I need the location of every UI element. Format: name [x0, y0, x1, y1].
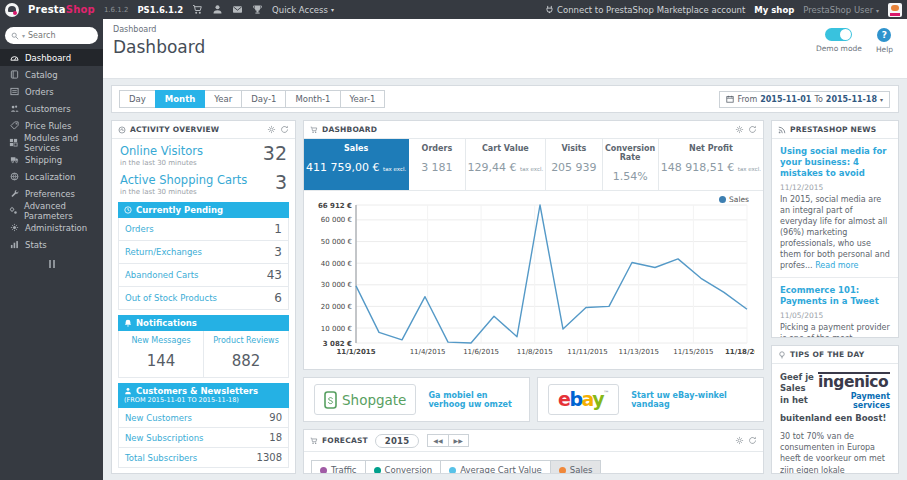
gear-icon[interactable]: [735, 125, 744, 134]
new-customers-link[interactable]: New Customers: [125, 413, 192, 423]
forecast-prev-button[interactable]: ◀◀: [427, 434, 448, 447]
sidebar-item-shipping[interactable]: Shipping: [0, 151, 103, 168]
new-subscriptions-link[interactable]: New Subscriptions: [125, 433, 203, 443]
kpi-tab-conversion-rate[interactable]: Conversion Rate 1.54%: [603, 139, 659, 190]
tag-icon: [9, 121, 19, 130]
trophy-icon[interactable]: [252, 4, 263, 15]
forecast-next-button[interactable]: ▶▶: [448, 434, 469, 447]
kpi-tab-net-profit[interactable]: Net Profit 148 918,51 € tax excl.: [659, 139, 763, 190]
date-range-picker[interactable]: From2015-11-01 To2015-11-18 ▾: [719, 91, 890, 108]
chevron-down-icon: ▾: [331, 6, 334, 13]
sidebar-nav: Dashboard Catalog Orders Customers Price…: [0, 49, 103, 253]
demo-mode-toggle[interactable]: [825, 28, 852, 41]
out-of-stock-link[interactable]: Out of Stock Products: [125, 293, 217, 303]
shopgate-icon: [324, 391, 337, 409]
sidebar-item-modules[interactable]: Modules and Services: [0, 134, 103, 151]
sidebar-item-dashboard[interactable]: Dashboard: [0, 49, 103, 66]
range-year-1-button[interactable]: Year-1: [340, 90, 386, 108]
activity-icon: [118, 126, 126, 134]
notification-columns: New Messages 144 Product Reviews 882: [118, 331, 289, 378]
list-icon: [9, 87, 19, 96]
sidebar-item-price-rules[interactable]: Price Rules: [0, 117, 103, 134]
sidebar-item-stats[interactable]: Stats: [0, 236, 103, 253]
sidebar-item-catalog[interactable]: Catalog: [0, 66, 103, 83]
svg-text:11/11/2015: 11/11/2015: [567, 348, 607, 356]
refresh-icon[interactable]: [280, 125, 289, 134]
range-month-1-button[interactable]: Month-1: [285, 90, 340, 108]
sidebar-collapse-button[interactable]: [0, 260, 103, 268]
sidebar-item-orders[interactable]: Orders: [0, 83, 103, 100]
page-title: Dashboard: [113, 37, 897, 57]
total-subscribers-link[interactable]: Total Subscribers: [125, 453, 197, 463]
svg-text:11/13/2015: 11/13/2015: [619, 348, 659, 356]
kpi-tab-orders[interactable]: Orders 3 181: [409, 139, 465, 190]
read-more-link[interactable]: Read more: [815, 261, 858, 270]
orders-link[interactable]: Orders: [125, 224, 154, 234]
range-month-button[interactable]: Month: [155, 90, 205, 108]
active-carts-value: 3: [275, 173, 287, 192]
news-item-title-link[interactable]: Ecommerce 101: Payments in a Tweet: [780, 285, 890, 307]
main-area: Dashboard Dashboard Demo mode ? Help Day…: [103, 19, 907, 480]
news-item: Using social media for your business: 4 …: [772, 139, 898, 277]
kpi-tab-visits[interactable]: Visits 205 939: [546, 139, 602, 190]
customers-newsletters-header: Customers & Newsletters (FROM 2015-11-01…: [118, 383, 289, 408]
activity-title: ACTIVITY OVERVIEW: [130, 125, 219, 134]
forecast-year[interactable]: 2015: [375, 434, 419, 448]
active-carts-stat: Active Shopping Carts in the last 30 min…: [112, 168, 295, 197]
sidebar-search[interactable]: ▾: [5, 27, 98, 44]
messages-icon[interactable]: [232, 4, 243, 15]
sidebar-item-customers[interactable]: Customers: [0, 100, 103, 117]
range-day-button[interactable]: Day: [119, 90, 156, 108]
online-visitors-stat: Online Visitors in the last 30 minutes 3…: [112, 139, 295, 168]
sidebar-item-preferences[interactable]: Preferences: [0, 185, 103, 202]
chart-legend: Sales: [719, 195, 749, 204]
tips-title: TIPS OF THE DAY: [790, 350, 864, 359]
svg-text:11/18/2015: 11/18/2015: [725, 348, 755, 356]
puzzle-icon: [9, 138, 18, 147]
sidebar-item-localization[interactable]: Localization: [0, 168, 103, 185]
sidebar-item-administration[interactable]: Administration: [0, 219, 103, 236]
search-scope-chevron-icon[interactable]: ▾: [22, 32, 25, 39]
help-button[interactable]: ?: [877, 28, 891, 42]
bar-chart-icon: [9, 240, 19, 249]
employees-icon[interactable]: [212, 4, 223, 15]
breadcrumb[interactable]: Dashboard: [113, 25, 897, 34]
new-messages-cell[interactable]: New Messages 144: [119, 331, 203, 377]
tip-content: ingenico Payment services Geef je Sales …: [772, 364, 898, 474]
range-year-button[interactable]: Year: [204, 90, 242, 108]
filter-average-cart-value-button[interactable]: Average Cart Value: [440, 460, 551, 474]
returns-link[interactable]: Return/Exchanges: [125, 247, 202, 257]
range-day-1-button[interactable]: Day-1: [241, 90, 286, 108]
search-input[interactable]: [28, 31, 76, 40]
kpi-tab-cart-value[interactable]: Cart Value 129,44 € tax excl.: [466, 139, 547, 190]
refresh-icon[interactable]: [748, 125, 757, 134]
kpi-tab-sales[interactable]: Sales 411 759,00 € tax excl.: [304, 139, 409, 190]
filter-traffic-button[interactable]: Traffic: [311, 460, 366, 474]
user-menu[interactable]: PrestaShop User ▾: [803, 5, 879, 15]
abandoned-carts-link[interactable]: Abandoned Carts: [125, 270, 199, 280]
sidebar-item-advanced-parameters[interactable]: Advanced Parameters: [0, 202, 103, 219]
gear-icon[interactable]: [735, 436, 744, 445]
ebay-link[interactable]: Start uw eBay-winkel vandaag: [631, 391, 753, 409]
sales-line-chart: 3 082 €10 000 €20 000 €30 000 €40 000 €5…: [310, 193, 755, 359]
plug-icon: [545, 5, 554, 14]
marketplace-link[interactable]: Connect to PrestaShop Marketplace accoun…: [545, 5, 745, 15]
my-shop-link[interactable]: My shop: [754, 5, 794, 15]
quick-access-menu[interactable]: Quick Access ▾: [272, 5, 334, 15]
shopgate-link[interactable]: Ga mobiel en verhoog uw omzet: [428, 391, 519, 409]
active-carts-link[interactable]: Active Shopping Carts: [120, 173, 247, 187]
cart-icon[interactable]: [192, 4, 203, 15]
gear-icon[interactable]: [267, 125, 276, 134]
tips-of-the-day-panel: TIPS OF THE DAY ingenico Payment service…: [771, 345, 899, 474]
news-item-title-link[interactable]: Using social media for your business: 4 …: [780, 146, 890, 179]
product-reviews-cell[interactable]: Product Reviews 882: [203, 331, 288, 377]
truck-icon: [9, 155, 19, 164]
user-avatar[interactable]: [888, 3, 902, 17]
cart-icon: [310, 437, 318, 445]
filter-conversion-button[interactable]: Conversion: [365, 460, 442, 474]
filter-sales-button[interactable]: Sales: [550, 460, 602, 474]
refresh-icon[interactable]: [748, 436, 757, 445]
new-customers-row: New Customers90: [119, 408, 288, 427]
bulb-icon: [778, 351, 786, 359]
online-visitors-link[interactable]: Online Visitors: [120, 144, 203, 158]
